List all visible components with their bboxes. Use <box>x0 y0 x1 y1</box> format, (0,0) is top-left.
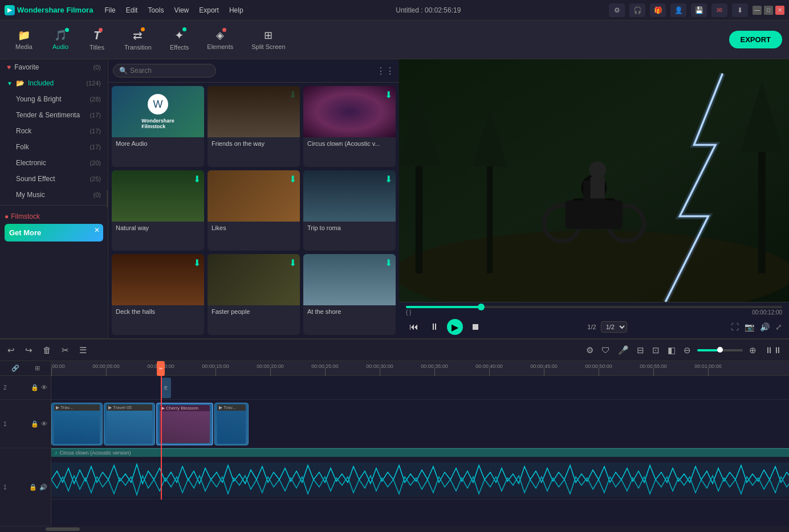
sidebar-included[interactable]: ▼ 📂 Included (124) <box>0 75 108 91</box>
magnet-icon[interactable]: ⊞ <box>35 365 40 372</box>
pause-button[interactable]: ⏸ <box>426 319 442 335</box>
menu-edit[interactable]: Edit <box>121 5 143 15</box>
audio-1-volume-icon[interactable]: 🔊 <box>39 484 47 491</box>
card-at-shore[interactable]: ⬇ At the shore <box>303 254 396 335</box>
color-icon[interactable]: ◧ <box>666 343 677 357</box>
card-likes[interactable]: ⬇ Likes <box>208 170 300 251</box>
zoom-out-icon[interactable]: ⊖ <box>682 343 693 357</box>
zoom-slider[interactable] <box>697 349 743 351</box>
tool-transition[interactable]: ⇄ Transition <box>116 25 160 54</box>
page-select[interactable]: 1/2 <box>601 321 627 333</box>
sidebar-sound-effect[interactable]: Sound Effect (25) <box>0 171 108 187</box>
menu-export[interactable]: Export <box>194 5 223 15</box>
menu-file[interactable]: File <box>100 5 120 15</box>
mail-icon[interactable]: ✉ <box>711 3 727 17</box>
card-friends-on-way[interactable]: ⬇ Friends on the way <box>208 86 300 167</box>
mic-icon[interactable]: 🎤 <box>616 343 631 357</box>
stop-button[interactable]: ⏹ <box>467 319 483 335</box>
fullscreen-icon[interactable]: ⛶ <box>731 322 739 332</box>
headset-icon[interactable]: 🎧 <box>629 3 645 17</box>
timeline-scroll[interactable] <box>0 526 789 532</box>
card-circus-clown[interactable]: ⬇ Circus clown (Acoustic v... <box>303 86 396 167</box>
grid-options-icon[interactable]: ⋮⋮ <box>376 66 395 76</box>
cut-icon[interactable]: ✂ <box>60 343 71 357</box>
tool-audio[interactable]: 🎵 Audio <box>43 26 78 54</box>
play-button[interactable]: ▶ <box>447 319 463 335</box>
download-icon[interactable]: ⬇ <box>732 3 748 17</box>
download-deck-icon[interactable]: ⬇ <box>193 257 201 268</box>
shield-icon[interactable]: 🛡 <box>600 343 612 357</box>
link-icon[interactable]: 🔗 <box>11 365 19 372</box>
tool-splitscreen[interactable]: ⊞ Split Screen <box>243 26 293 54</box>
card-natural-way[interactable]: ⬇ Natural way <box>112 170 204 251</box>
card-deck-halls[interactable]: ⬇ Deck the halls <box>112 254 204 335</box>
sidebar-electronic[interactable]: Electronic (20) <box>0 155 108 171</box>
search-input-wrap[interactable]: 🔍 <box>113 64 216 77</box>
detach-icon[interactable]: ⊟ <box>635 343 646 357</box>
card-trip-to-roma[interactable]: ⬇ Trip to roma <box>303 170 396 251</box>
tracks-area[interactable]: 00:00:00:00 00:00:05:00 00:00:10:00 00:0… <box>51 361 789 526</box>
playhead-top[interactable]: ✂ <box>157 361 165 376</box>
properties-icon[interactable]: ☰ <box>78 343 88 357</box>
download-nature-icon[interactable]: ⬇ <box>193 174 201 185</box>
minimize-button[interactable]: — <box>753 6 762 15</box>
screenshot-icon[interactable]: 📷 <box>745 322 754 332</box>
user-icon[interactable]: 👤 <box>670 3 686 17</box>
maximize-button[interactable]: □ <box>764 6 773 15</box>
volume-icon[interactable]: 🔊 <box>760 322 770 332</box>
snap-icon[interactable]: ⚙ <box>584 343 595 357</box>
clip-travel-4[interactable]: ▶Trav... <box>214 403 249 445</box>
tool-splitscreen-label: Split Screen <box>251 43 285 50</box>
tool-titles[interactable]: T Titles <box>80 26 114 54</box>
replace-icon[interactable]: ⊡ <box>650 343 661 357</box>
scroll-thumb[interactable] <box>46 527 80 531</box>
audio-1-lock-icon[interactable]: 🔒 <box>29 484 37 491</box>
menu-help[interactable]: Help <box>225 5 248 15</box>
undo-icon[interactable]: ↩ <box>6 343 17 357</box>
expand-icon[interactable]: ⤢ <box>775 322 782 332</box>
clip-small[interactable]: E <box>161 378 171 398</box>
progress-bar-wrap[interactable]: { } 00:00:12:00 <box>406 306 782 316</box>
download-shore-icon[interactable]: ⬇ <box>385 257 392 268</box>
sidebar-my-music[interactable]: My Music (0) <box>0 187 108 203</box>
gift-icon[interactable]: 🎁 <box>650 3 666 17</box>
sidebar-favorite[interactable]: ♥ Favorite (0) <box>0 59 108 75</box>
download-trip-icon[interactable]: ⬇ <box>385 174 392 185</box>
sidebar-rock[interactable]: Rock (17) <box>0 123 108 139</box>
pause-render-icon[interactable]: ⏸⏸ <box>763 343 783 357</box>
delete-icon[interactable]: 🗑 <box>41 343 53 357</box>
download-faster-icon[interactable]: ⬇ <box>289 257 296 268</box>
settings-icon[interactable]: ⚙ <box>609 3 625 17</box>
sidebar-folk[interactable]: Folk (17) <box>0 139 108 155</box>
menu-tools[interactable]: Tools <box>143 5 168 15</box>
zoom-in-icon[interactable]: ⊕ <box>747 343 758 357</box>
search-input[interactable] <box>130 67 210 75</box>
menu-view[interactable]: View <box>169 5 193 15</box>
save-icon[interactable]: 💾 <box>691 3 707 17</box>
clip-travel-2[interactable]: ▶Travel 05 <box>104 403 155 445</box>
card-faster-people[interactable]: ⬇ Faster people <box>208 254 300 335</box>
track-1-lock-icon[interactable]: 🔒 <box>31 420 39 428</box>
track-2-lock-icon[interactable]: 🔒 <box>31 384 39 391</box>
tool-elements[interactable]: ◈ Elements <box>199 26 241 54</box>
redo-icon[interactable]: ↪ <box>23 343 34 357</box>
zoom-thumb[interactable] <box>717 347 723 353</box>
clip-travel-1[interactable]: ▶Trav... <box>51 403 103 445</box>
card-more-audio[interactable]: W WondershareFilmstock More Audio <box>112 86 204 167</box>
track-1-eye-icon[interactable]: 👁 <box>41 420 47 428</box>
clip-cherry[interactable]: ▶Cherry Blossom <box>156 403 213 445</box>
step-back-button[interactable]: ⏮ <box>406 319 422 335</box>
close-button[interactable]: ✕ <box>775 6 784 15</box>
download-likes-icon[interactable]: ⬇ <box>289 174 296 185</box>
download-circus-icon[interactable]: ⬇ <box>385 89 392 100</box>
close-banner-button[interactable]: ✕ <box>94 226 100 234</box>
tool-effects[interactable]: ✦ Effects <box>162 25 197 54</box>
progress-bar[interactable] <box>406 306 782 308</box>
sidebar-young-bright[interactable]: Young & Bright (28) <box>0 91 108 107</box>
tool-media[interactable]: 📁 Media <box>7 26 41 54</box>
filmstock-banner[interactable]: ✕ Get More <box>5 224 103 242</box>
sidebar-tender[interactable]: Tender & Sentimenta (17) <box>0 107 108 123</box>
export-button[interactable]: EXPORT <box>729 31 782 48</box>
progress-thumb[interactable] <box>478 304 485 310</box>
track-2-eye-icon[interactable]: 👁 <box>41 384 47 391</box>
